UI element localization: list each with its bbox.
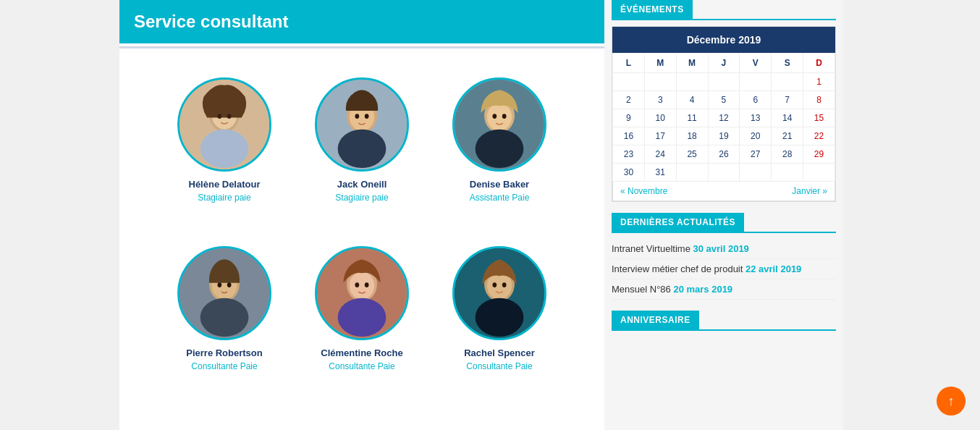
svg-point-21 bbox=[200, 298, 249, 337]
calendar-day[interactable]: 21 bbox=[772, 127, 803, 146]
svg-point-16 bbox=[492, 114, 497, 119]
calendar-day[interactable]: 24 bbox=[644, 146, 676, 164]
calendar-day[interactable]: 18 bbox=[676, 127, 708, 146]
calendar-week-3: 16171819202122 bbox=[613, 127, 835, 146]
calendar-day[interactable]: 12 bbox=[708, 109, 740, 127]
events-section: ÉVÉNEMENTS Décembre 2019 L M M J V S D bbox=[612, 0, 836, 202]
calendar-week-4: 23242526272829 bbox=[613, 146, 835, 164]
svg-point-26 bbox=[350, 271, 374, 299]
news-text: Intranet Virtueltime bbox=[612, 243, 690, 254]
calendar-day[interactable]: 2 bbox=[613, 91, 645, 109]
calendar-nav: « Novembre Janvier » bbox=[612, 182, 835, 201]
calendar-day[interactable]: 13 bbox=[740, 109, 772, 127]
member-name-1: Hélène Delatour bbox=[189, 179, 261, 190]
scroll-top-icon: ↑ bbox=[948, 394, 955, 409]
calendar-day[interactable]: 27 bbox=[740, 146, 772, 164]
day-m2: M bbox=[676, 54, 708, 73]
calendar-week-2: 9101112131415 bbox=[613, 109, 835, 127]
next-month-link[interactable]: Janvier » bbox=[792, 186, 827, 196]
day-m1: M bbox=[644, 54, 676, 73]
calendar-day[interactable]: 4 bbox=[676, 91, 708, 109]
team-member-5: Clémentine Roche Consultante Paie bbox=[315, 246, 409, 371]
calendar-day bbox=[740, 73, 772, 91]
calendar-day[interactable]: 11 bbox=[676, 109, 708, 127]
member-role-2: Stagiaire paie bbox=[335, 193, 388, 203]
team-member-3: Denise Baker Assistante Paie bbox=[452, 77, 546, 203]
calendar-day bbox=[740, 164, 772, 182]
day-j: J bbox=[708, 54, 740, 73]
calendar-day[interactable]: 3 bbox=[644, 91, 676, 109]
news-list: Intranet Virtueltime 30 avril 2019Interv… bbox=[612, 239, 836, 300]
news-item-0[interactable]: Intranet Virtueltime 30 avril 2019 bbox=[612, 239, 836, 259]
team-member-4: Pierre Robertson Consultante Paie bbox=[177, 246, 271, 371]
scroll-top-button[interactable]: ↑ bbox=[937, 387, 966, 416]
team-row-2: Pierre Robertson Consultante Paie Clémen… bbox=[119, 232, 604, 386]
avatar-rachel bbox=[452, 246, 546, 340]
avatar-denise bbox=[452, 77, 546, 172]
calendar-day[interactable]: 5 bbox=[708, 91, 740, 109]
anniversaire-label: ANNIVERSAIRE bbox=[612, 311, 699, 329]
calendar-day[interactable]: 20 bbox=[740, 127, 772, 146]
calendar-day[interactable]: 8 bbox=[803, 91, 835, 109]
svg-point-35 bbox=[502, 282, 507, 287]
calendar-day[interactable]: 22 bbox=[803, 127, 835, 146]
calendar-day[interactable]: 31 bbox=[644, 164, 676, 182]
calendar-day[interactable]: 9 bbox=[613, 109, 645, 127]
svg-point-22 bbox=[217, 282, 221, 287]
calendar-day bbox=[708, 73, 740, 91]
svg-point-34 bbox=[492, 282, 497, 287]
svg-point-5 bbox=[227, 114, 232, 119]
team-member-6: Rachel Spencer Consultante Paie bbox=[452, 246, 546, 371]
calendar-day bbox=[708, 164, 740, 182]
svg-point-9 bbox=[338, 130, 386, 168]
day-v: V bbox=[740, 54, 772, 73]
calendar-header: Décembre 2019 bbox=[612, 27, 835, 53]
page-title: Service consultant bbox=[134, 12, 590, 32]
member-role-rachel: Consultante Paie bbox=[466, 361, 532, 371]
news-item-1[interactable]: Interview métier chef de produit 22 avri… bbox=[612, 259, 836, 279]
calendar-day[interactable]: 16 bbox=[613, 127, 645, 146]
svg-point-4 bbox=[217, 114, 221, 119]
calendar-week-5: 3031 bbox=[613, 164, 835, 182]
member-name-5: Clémentine Roche bbox=[321, 347, 402, 358]
calendar-day[interactable]: 17 bbox=[644, 127, 676, 146]
calendar-day[interactable]: 25 bbox=[676, 146, 708, 164]
calendar-day[interactable]: 7 bbox=[772, 91, 803, 109]
calendar-day bbox=[803, 164, 835, 182]
svg-point-23 bbox=[227, 282, 232, 287]
svg-point-27 bbox=[338, 298, 386, 337]
news-text: Mensuel N°86 bbox=[612, 284, 671, 295]
calendar-body: 1234567891011121314151617181920212223242… bbox=[613, 73, 835, 182]
member-name-4: Pierre Robertson bbox=[186, 347, 262, 358]
calendar-day bbox=[613, 73, 645, 91]
calendar-week-0: 1 bbox=[613, 73, 835, 91]
svg-point-3 bbox=[200, 130, 249, 168]
prev-month-link[interactable]: « Novembre bbox=[620, 186, 667, 196]
news-date: 20 mars 2019 bbox=[673, 284, 732, 295]
news-text: Interview métier chef de produit bbox=[612, 264, 743, 274]
svg-point-10 bbox=[355, 114, 359, 119]
calendar-day[interactable]: 23 bbox=[613, 146, 645, 164]
team-member-2: Jack Oneill Stagiaire paie bbox=[315, 77, 409, 203]
calendar-day[interactable]: 6 bbox=[740, 91, 772, 109]
member-role-3: Assistante Paie bbox=[470, 193, 530, 203]
calendar-day[interactable]: 10 bbox=[644, 109, 676, 127]
news-section: DERNIÈRES ACTUALITÉS Intranet Virtueltim… bbox=[612, 213, 836, 300]
svg-point-11 bbox=[365, 114, 369, 119]
calendar-day bbox=[676, 164, 708, 182]
calendar-day bbox=[772, 164, 803, 182]
calendar-day[interactable]: 19 bbox=[708, 127, 740, 146]
calendar-day[interactable]: 15 bbox=[803, 109, 835, 127]
calendar-days-header: L M M J V S D bbox=[613, 54, 835, 73]
calendar-day[interactable]: 29 bbox=[803, 146, 835, 164]
calendar-day[interactable]: 14 bbox=[772, 109, 803, 127]
member-name-3: Denise Baker bbox=[470, 179, 529, 190]
calendar-day[interactable]: 26 bbox=[708, 146, 740, 164]
calendar-day[interactable]: 28 bbox=[772, 146, 803, 164]
calendar-day[interactable]: 30 bbox=[613, 164, 645, 182]
calendar-day bbox=[644, 73, 676, 91]
news-item-2[interactable]: Mensuel N°86 20 mars 2019 bbox=[612, 279, 836, 300]
calendar-day[interactable]: 1 bbox=[803, 73, 835, 91]
svg-point-14 bbox=[487, 103, 512, 130]
team-row-1: Hélène Delatour Stagiaire paie Jack Onei… bbox=[119, 63, 604, 217]
